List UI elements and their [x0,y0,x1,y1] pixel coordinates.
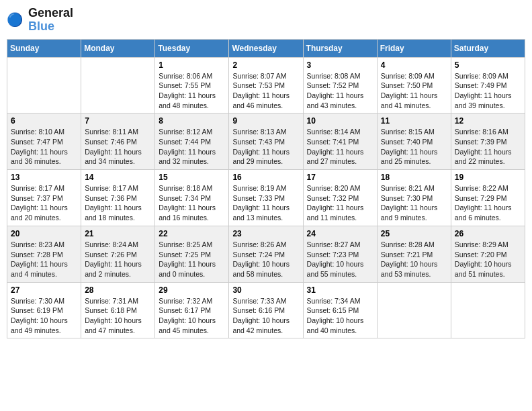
calendar-cell: 28Sunrise: 7:31 AMSunset: 6:18 PMDayligh… [81,282,155,338]
day-info: Sunrise: 8:07 AMSunset: 7:53 PMDaylight:… [232,71,299,111]
calendar-cell: 31Sunrise: 7:34 AMSunset: 6:15 PMDayligh… [303,282,377,338]
calendar-cell: 6Sunrise: 8:10 AMSunset: 7:47 PMDaylight… [7,113,81,170]
logo-text: General Blue [28,7,73,34]
page-header: 🔵 General Blue [7,7,525,34]
day-number: 31 [307,285,373,295]
calendar-cell: 3Sunrise: 8:08 AMSunset: 7:52 PMDaylight… [303,57,377,113]
day-number: 28 [85,285,151,295]
calendar-header-row: SundayMondayTuesdayWednesdayThursdayFrid… [7,39,525,57]
week-row-2: 6Sunrise: 8:10 AMSunset: 7:47 PMDaylight… [7,113,525,170]
calendar-cell [451,282,525,338]
day-info: Sunrise: 8:09 AMSunset: 7:50 PMDaylight:… [381,71,447,111]
calendar-cell [81,57,155,113]
day-number: 27 [11,285,77,295]
day-number: 30 [232,285,299,295]
col-header-thursday: Thursday [303,39,377,57]
day-number: 12 [455,116,521,126]
day-info: Sunrise: 8:29 AMSunset: 7:20 PMDaylight:… [455,240,521,279]
calendar-cell: 12Sunrise: 8:16 AMSunset: 7:39 PMDayligh… [451,113,525,170]
day-number: 7 [85,116,151,126]
day-number: 26 [455,229,521,238]
day-info: Sunrise: 8:17 AMSunset: 7:36 PMDaylight:… [85,183,151,223]
calendar-cell: 21Sunrise: 8:24 AMSunset: 7:26 PMDayligh… [81,226,155,282]
calendar-cell [7,57,81,113]
day-info: Sunrise: 8:11 AMSunset: 7:46 PMDaylight:… [85,127,151,167]
calendar-cell: 7Sunrise: 8:11 AMSunset: 7:46 PMDaylight… [81,113,155,170]
day-info: Sunrise: 8:18 AMSunset: 7:34 PMDaylight:… [159,183,225,223]
day-number: 4 [381,60,447,70]
day-info: Sunrise: 8:28 AMSunset: 7:21 PMDaylight:… [381,240,447,279]
calendar-cell: 25Sunrise: 8:28 AMSunset: 7:21 PMDayligh… [377,226,451,282]
day-number: 16 [232,173,299,182]
col-header-wednesday: Wednesday [229,39,303,57]
calendar-table: SundayMondayTuesdayWednesdayThursdayFrid… [7,39,525,339]
calendar-cell: 2Sunrise: 8:07 AMSunset: 7:53 PMDaylight… [229,57,303,113]
col-header-monday: Monday [81,39,155,57]
day-info: Sunrise: 8:21 AMSunset: 7:30 PMDaylight:… [381,183,447,223]
day-info: Sunrise: 8:09 AMSunset: 7:49 PMDaylight:… [455,71,521,111]
day-number: 18 [381,173,447,182]
day-number: 21 [85,229,151,238]
calendar-cell: 26Sunrise: 8:29 AMSunset: 7:20 PMDayligh… [451,226,525,282]
calendar-cell [377,282,451,338]
calendar-cell: 9Sunrise: 8:13 AMSunset: 7:43 PMDaylight… [229,113,303,170]
calendar-cell: 15Sunrise: 8:18 AMSunset: 7:34 PMDayligh… [155,170,229,226]
day-number: 15 [159,173,225,182]
day-info: Sunrise: 8:13 AMSunset: 7:43 PMDaylight:… [232,127,299,167]
calendar-cell: 18Sunrise: 8:21 AMSunset: 7:30 PMDayligh… [377,170,451,226]
calendar-cell: 1Sunrise: 8:06 AMSunset: 7:55 PMDaylight… [155,57,229,113]
day-info: Sunrise: 8:17 AMSunset: 7:37 PMDaylight:… [11,183,77,223]
day-info: Sunrise: 7:34 AMSunset: 6:15 PMDaylight:… [307,296,373,336]
calendar-cell: 13Sunrise: 8:17 AMSunset: 7:37 PMDayligh… [7,170,81,226]
day-number: 14 [85,173,151,182]
calendar-cell: 4Sunrise: 8:09 AMSunset: 7:50 PMDaylight… [377,57,451,113]
calendar-cell: 23Sunrise: 8:26 AMSunset: 7:24 PMDayligh… [229,226,303,282]
calendar-cell: 14Sunrise: 8:17 AMSunset: 7:36 PMDayligh… [81,170,155,226]
calendar-cell: 20Sunrise: 8:23 AMSunset: 7:28 PMDayligh… [7,226,81,282]
day-info: Sunrise: 8:23 AMSunset: 7:28 PMDaylight:… [11,240,77,279]
col-header-saturday: Saturday [451,39,525,57]
week-row-4: 20Sunrise: 8:23 AMSunset: 7:28 PMDayligh… [7,226,525,282]
day-number: 9 [232,116,299,126]
calendar-cell: 24Sunrise: 8:27 AMSunset: 7:23 PMDayligh… [303,226,377,282]
col-header-sunday: Sunday [7,39,81,57]
calendar-cell: 17Sunrise: 8:20 AMSunset: 7:32 PMDayligh… [303,170,377,226]
day-info: Sunrise: 7:32 AMSunset: 6:17 PMDaylight:… [159,296,225,336]
day-info: Sunrise: 8:27 AMSunset: 7:23 PMDaylight:… [307,240,373,279]
week-row-5: 27Sunrise: 7:30 AMSunset: 6:19 PMDayligh… [7,282,525,338]
day-number: 3 [307,60,373,70]
day-number: 22 [159,229,225,238]
day-info: Sunrise: 8:20 AMSunset: 7:32 PMDaylight:… [307,183,373,223]
day-info: Sunrise: 8:12 AMSunset: 7:44 PMDaylight:… [159,127,225,167]
day-number: 25 [381,229,447,238]
day-info: Sunrise: 8:10 AMSunset: 7:47 PMDaylight:… [11,127,77,167]
calendar-cell: 16Sunrise: 8:19 AMSunset: 7:33 PMDayligh… [229,170,303,226]
day-number: 20 [11,229,77,238]
svg-text:🔵: 🔵 [7,11,24,27]
week-row-3: 13Sunrise: 8:17 AMSunset: 7:37 PMDayligh… [7,170,525,226]
calendar-cell: 10Sunrise: 8:14 AMSunset: 7:41 PMDayligh… [303,113,377,170]
day-info: Sunrise: 7:33 AMSunset: 6:16 PMDaylight:… [232,296,299,336]
calendar-cell: 11Sunrise: 8:15 AMSunset: 7:40 PMDayligh… [377,113,451,170]
day-info: Sunrise: 8:15 AMSunset: 7:40 PMDaylight:… [381,127,447,167]
day-number: 5 [455,60,521,70]
logo: 🔵 General Blue [7,7,73,34]
day-info: Sunrise: 8:22 AMSunset: 7:29 PMDaylight:… [455,183,521,223]
calendar-cell: 30Sunrise: 7:33 AMSunset: 6:16 PMDayligh… [229,282,303,338]
day-number: 23 [232,229,299,238]
day-info: Sunrise: 8:24 AMSunset: 7:26 PMDaylight:… [85,240,151,279]
day-number: 6 [11,116,77,126]
day-info: Sunrise: 8:14 AMSunset: 7:41 PMDaylight:… [307,127,373,167]
day-number: 8 [159,116,225,126]
day-info: Sunrise: 8:19 AMSunset: 7:33 PMDaylight:… [232,183,299,223]
day-info: Sunrise: 7:30 AMSunset: 6:19 PMDaylight:… [11,296,77,336]
day-number: 1 [159,60,225,70]
day-number: 29 [159,285,225,295]
calendar-cell: 27Sunrise: 7:30 AMSunset: 6:19 PMDayligh… [7,282,81,338]
calendar-cell: 29Sunrise: 7:32 AMSunset: 6:17 PMDayligh… [155,282,229,338]
day-info: Sunrise: 8:25 AMSunset: 7:25 PMDaylight:… [159,240,225,279]
logo-icon: 🔵 [7,11,26,30]
col-header-friday: Friday [377,39,451,57]
day-info: Sunrise: 8:26 AMSunset: 7:24 PMDaylight:… [232,240,299,279]
day-info: Sunrise: 8:16 AMSunset: 7:39 PMDaylight:… [455,127,521,167]
